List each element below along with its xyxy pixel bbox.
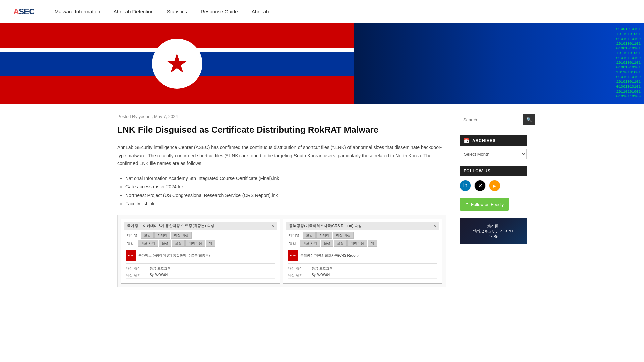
nav-ahnlab[interactable]: AhnLab — [252, 9, 269, 14]
tab-terminal-1[interactable]: 터미널 — [124, 232, 140, 239]
subtab-color-2[interactable]: 색 — [368, 240, 377, 247]
feedly-button[interactable]: f Follow on Feedly — [460, 198, 509, 211]
pdf-icon-2: PDF — [288, 250, 298, 261]
post-title: LNK File Disguised as Certificate Distri… — [117, 124, 446, 136]
linkedin-icon[interactable]: in — [460, 180, 471, 191]
subtab-shortcut-2[interactable]: 바로 가기 — [300, 240, 320, 247]
screenshot-2-subtabs: 일반 바로 가기 옵션 글꼴 레이아웃 색 — [286, 240, 439, 247]
calendar-icon: 📅 — [464, 138, 470, 143]
follow-us-section: FOLLOW US in ✕ ▸ — [460, 166, 527, 191]
screenshot-1-file-label: 국가정보 아카데미 8기 통합과정 수료증(최종본) — [138, 253, 210, 258]
nav-response-guide[interactable]: Response Guide — [201, 9, 238, 14]
rss-icon[interactable]: ▸ — [489, 180, 500, 191]
sidebar: 🔍 📅 ARCHIVES Select Month FOLLOW US in ✕… — [460, 114, 527, 287]
post-body: AhnLab SEcurity intelligence Center (ASE… — [117, 144, 446, 168]
screenshot-2-field-1: 대상 위치: SysWOW64 — [288, 272, 437, 279]
list-item: National Information Academy 8th Integra… — [125, 174, 446, 183]
screenshot-1-close[interactable]: ✕ — [271, 224, 274, 228]
list-item: Facility list.lnk — [125, 200, 446, 208]
hero-flag-section: ★ — [0, 23, 354, 104]
screenshot-2-tabs: 터미널 보안 자세히 이전 버전 — [286, 232, 439, 239]
screenshot-1-tabs: 터미널 보안 자세히 이전 버전 — [124, 232, 277, 239]
screenshot-1-field-1: 대상 위치: SysWOW64 — [126, 272, 275, 279]
tab-security-1[interactable]: 보안 — [141, 232, 154, 239]
subtab-general-2[interactable]: 일반 — [286, 240, 299, 247]
screenshot-1-title: 국가정보 아카데미 8기 통합과정 수료증(최종본) 속성 — [127, 223, 214, 228]
archives-header: 📅 ARCHIVES — [460, 135, 527, 146]
subtab-options-2[interactable]: 옵션 — [321, 240, 333, 247]
screenshot-2-title: 동북공정(미국의회조사국(CRS Report) 속성 — [289, 223, 362, 228]
pdf-icon-1: PDF — [126, 250, 136, 261]
hero-matrix-section: 01001010101 10110101001 01010110100 1010… — [354, 23, 644, 104]
tab-details-2[interactable]: 자세히 — [316, 232, 332, 239]
list-item: Northeast Project (US Congressional Rese… — [125, 191, 446, 200]
expo-text: 第21回 情報セキュリティEXPO IST春 — [473, 224, 513, 239]
tab-details-1[interactable]: 자세히 — [154, 232, 170, 239]
screenshot-2-file-row: PDF 동북공정(미국의회조사국(CRS Report) — [288, 250, 437, 261]
main-container: Posted By yeeun , May 7, 2024 LNK File D… — [111, 104, 533, 297]
matrix-text: 01001010101 10110101001 01010110100 1010… — [613, 23, 644, 102]
screenshot-1: 국가정보 아카데미 8기 통합과정 수료증(최종본) 속성 ✕ 터미널 보안 자… — [121, 219, 280, 284]
tab-security-2[interactable]: 보안 — [303, 232, 316, 239]
article: Posted By yeeun , May 7, 2024 LNK File D… — [117, 114, 446, 287]
nav-malware-information[interactable]: Malware Information — [55, 9, 100, 14]
feedly-label: Follow on Feedly — [471, 202, 504, 207]
main-nav: Malware Information AhnLab Detection Sta… — [55, 9, 269, 14]
screenshot-2: 동북공정(미국의회조사국(CRS Report) 속성 ✕ 터미널 보안 자세히… — [283, 219, 442, 284]
header: ASEC Malware Information AhnLab Detectio… — [0, 0, 644, 23]
follow-us-header: FOLLOW US — [460, 166, 527, 176]
archives-section: 📅 ARCHIVES Select Month — [460, 135, 527, 159]
screenshots-area: 국가정보 아카데미 8기 통합과정 수료증(최종본) 속성 ✕ 터미널 보안 자… — [117, 215, 446, 287]
post-meta: Posted By yeeun , May 7, 2024 — [117, 114, 446, 119]
month-select[interactable]: Select Month — [460, 149, 527, 159]
subtab-general-1[interactable]: 일반 — [124, 240, 137, 247]
screenshot-1-content: PDF 국가정보 아카데미 8기 통합과정 수료증(최종본) 대상 형식: 응용… — [124, 248, 277, 281]
tab-previous-2[interactable]: 이전 버전 — [333, 232, 354, 239]
nav-ahnlab-detection[interactable]: AhnLab Detection — [114, 9, 154, 14]
tab-previous-1[interactable]: 이전 버전 — [171, 232, 192, 239]
screenshot-2-field-0: 대상 형식: 응용 프로그램 — [288, 266, 437, 272]
list-item: Gate access roster 2024.lnk — [125, 183, 446, 191]
feedly-icon: f — [465, 201, 469, 207]
subtab-layout-2[interactable]: 레이아웃 — [347, 240, 367, 247]
search-input[interactable] — [460, 114, 523, 125]
archives-label: ARCHIVES — [472, 138, 496, 143]
post-list: National Information Academy 8th Integra… — [125, 174, 446, 208]
screenshot-1-titlebar: 국가정보 아카데미 8기 통합과정 수료증(최종본) 속성 ✕ — [124, 222, 277, 230]
screenshot-2-file-label: 동북공정(미국의회조사국(CRS Report) — [300, 253, 359, 258]
screenshot-1-subtabs: 일반 바로 가기 옵션 글꼴 레이아웃 색 — [124, 240, 277, 247]
screenshot-2-titlebar: 동북공정(미국의회조사국(CRS Report) 속성 ✕ — [286, 222, 439, 230]
hero-banner: ★ 01001010101 10110101001 01010110100 10… — [0, 23, 644, 104]
subtab-layout-1[interactable]: 레이아웃 — [185, 240, 205, 247]
screenshot-1-field-0: 대상 형식: 응용 프로그램 — [126, 266, 275, 272]
screenshot-2-close[interactable]: ✕ — [433, 224, 436, 228]
social-icons: in ✕ ▸ — [460, 180, 527, 191]
subtab-font-2[interactable]: 글꼴 — [334, 240, 347, 247]
search-box: 🔍 — [460, 114, 527, 125]
nav-statistics[interactable]: Statistics — [167, 9, 187, 14]
site-logo[interactable]: ASEC — [13, 7, 35, 16]
subtab-font-1[interactable]: 글꼴 — [172, 240, 185, 247]
search-button[interactable]: 🔍 — [523, 114, 535, 125]
subtab-options-1[interactable]: 옵션 — [159, 240, 171, 247]
screenshot-2-content: PDF 동북공정(미국의회조사국(CRS Report) 대상 형식: 응용 프… — [286, 248, 439, 281]
expo-banner[interactable]: 第21回 情報セキュリティEXPO IST春 — [460, 218, 527, 244]
tab-terminal-2[interactable]: 터미널 — [286, 232, 302, 239]
subtab-shortcut-1[interactable]: 바로 가기 — [138, 240, 158, 247]
subtab-color-1[interactable]: 색 — [206, 240, 215, 247]
screenshot-1-file-row: PDF 국가정보 아카데미 8기 통합과정 수료증(최종본) — [126, 250, 275, 261]
twitter-x-icon[interactable]: ✕ — [474, 180, 486, 191]
